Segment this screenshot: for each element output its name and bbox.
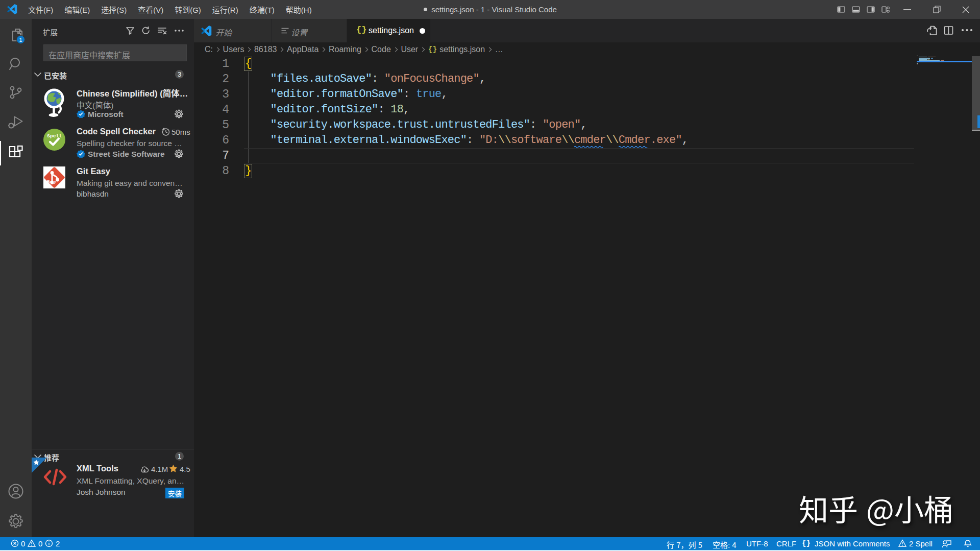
svg-text:Spell: Spell [47, 133, 62, 139]
svg-text:Easy: Easy [47, 179, 57, 184]
